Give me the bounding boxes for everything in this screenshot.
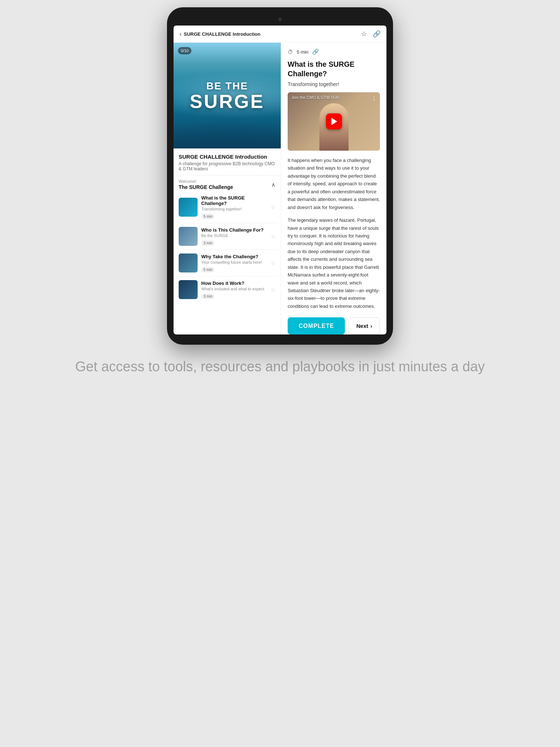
lesson-desc-1: Transforming together! [201,207,267,211]
body-text-1: It happens when you face a challenging s… [288,156,380,211]
course-subtitle: A challenge for progressive B2B technolo… [179,161,276,171]
lesson-thumb-4 [179,280,198,299]
hero-image: 0/10 BE THE SURGE [174,43,281,148]
content-subtitle: Transforming together! [288,81,380,87]
welcome-header: Welcome! The SURGE Challenge ∧ [174,175,281,191]
left-panel: 0/10 BE THE SURGE SURGE CHALLENGE Introd… [174,43,281,334]
app-header: ‹ SURGE CHALLENGE Introduction ☆ 🔗 [174,26,386,43]
action-row: COMPLETE Next › [288,317,380,334]
course-title: SURGE CHALLENGE Introduction [179,154,276,160]
content-area: 0/10 BE THE SURGE SURGE CHALLENGE Introd… [174,43,386,334]
hero-text: BE THE SURGE [190,80,265,111]
bottom-text: Get access to tools, resources and playb… [61,358,499,376]
lesson-desc-2: Be the SURGE [201,233,267,238]
next-chevron-icon: › [370,323,372,329]
lesson-title-4: How Does it Work? [201,280,267,286]
video-player[interactable]: Join the CMO & GTM SUR... ⋮ [288,92,380,151]
lesson-duration-4: 3 min [201,294,214,299]
lesson-title-3: Why Take the Challenge? [201,254,267,259]
lesson-thumb-3 [179,253,198,272]
content-title: What is the SURGE Challenge? [288,59,380,78]
tablet-camera [278,18,282,21]
lesson-item[interactable]: How Does it Work? What's included and wh… [176,276,278,303]
lesson-item[interactable]: What is the SURGE Challenge? Transformin… [176,191,278,223]
lesson-title-2: Who is This Challenge For? [201,227,267,233]
lesson-item[interactable]: Who is This Challenge For? Be the SURGE … [176,223,278,250]
lesson-thumb-1 [179,198,198,217]
link-icon[interactable]: 🔗 [373,30,381,38]
complete-button[interactable]: COMPLETE [288,317,345,334]
video-menu-icon[interactable]: ⋮ [371,95,377,102]
play-triangle-icon [331,118,337,125]
video-title-overlay: Join the CMO & GTM SUR... [291,95,369,100]
video-background: Join the CMO & GTM SUR... ⋮ [288,92,380,151]
meta-row: ⏱ 5 min 🔗 [288,49,380,55]
lesson-desc-4: What's included and what to expect [201,287,267,291]
lesson-star-2[interactable]: ☆ [271,233,276,240]
lesson-duration-1: 5 min [201,214,214,219]
lesson-list: What is the SURGE Challenge? Transformin… [174,191,281,303]
lesson-info-3: Why Take the Challenge? Your compelling … [201,254,267,272]
welcome-label: Welcome! [179,179,271,183]
tablet-device: ‹ SURGE CHALLENGE Introduction ☆ 🔗 0/10 … [167,7,393,345]
hero-line2: SURGE [190,92,265,111]
bookmark-icon[interactable]: ☆ [361,30,367,38]
hero-line1: BE THE [190,80,265,92]
lesson-star-4[interactable]: ☆ [271,286,276,293]
lesson-info-2: Who is This Challenge For? Be the SURGE … [201,227,267,246]
lesson-star-3[interactable]: ☆ [271,260,276,267]
lesson-title-1: What is the SURGE Challenge? [201,195,267,206]
progress-badge: 0/10 [178,47,191,54]
lesson-duration-2: 3 min [201,240,214,246]
play-button[interactable] [326,113,342,129]
lesson-item[interactable]: Why Take the Challenge? Your compelling … [176,250,278,276]
course-title-section: SURGE CHALLENGE Introduction A challenge… [174,148,281,175]
welcome-info: Welcome! The SURGE Challenge [179,179,271,190]
welcome-course-name: The SURGE Challenge [179,184,271,190]
link-meta-icon: 🔗 [312,49,319,55]
back-button[interactable]: ‹ [179,30,182,38]
header-title: SURGE CHALLENGE Introduction [184,31,260,37]
lesson-duration-3: 5 min [201,267,214,272]
header-left: ‹ SURGE CHALLENGE Introduction [179,30,260,38]
lesson-info-1: What is the SURGE Challenge? Transformin… [201,195,267,219]
meta-time: 5 min [297,49,308,55]
clock-icon: ⏱ [288,49,293,55]
next-label: Next [356,323,368,329]
next-button[interactable]: Next › [349,317,380,334]
collapse-icon[interactable]: ∧ [271,181,276,188]
right-panel: ⏱ 5 min 🔗 What is the SURGE Challenge? T… [281,43,386,334]
lesson-star-1[interactable]: ☆ [271,204,276,211]
lesson-info-4: How Does it Work? What's included and wh… [201,280,267,299]
tablet-screen: ‹ SURGE CHALLENGE Introduction ☆ 🔗 0/10 … [174,26,386,334]
header-actions: ☆ 🔗 [361,30,381,38]
lesson-desc-3: Your compelling future starts here! [201,260,267,264]
lesson-thumb-2 [179,227,198,246]
body-text-2: The legendary waves of Nazaré, Portugal,… [288,216,380,310]
